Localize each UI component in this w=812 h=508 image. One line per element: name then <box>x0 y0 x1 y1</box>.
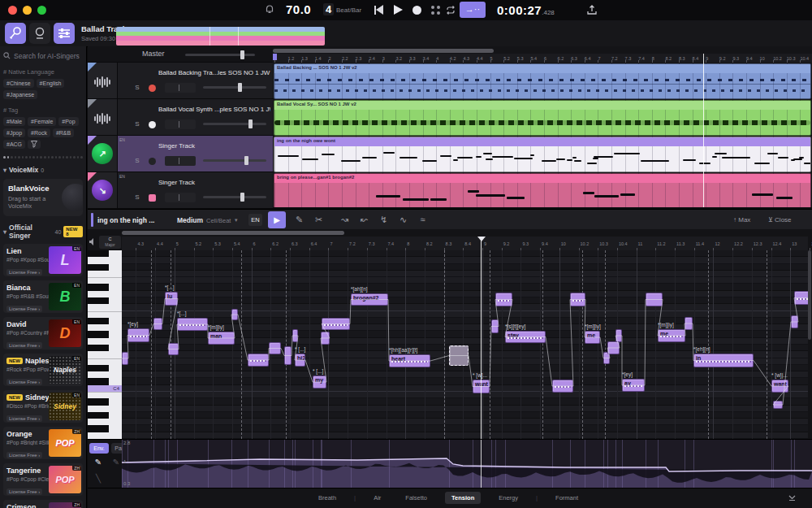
note-grid[interactable]: *[ey]lu*[...]*[...]man*[m][iy]hi2* [...]… <box>122 250 808 439</box>
piano-roll[interactable]: C Major 4.34.455.25.35.466.26.36.477.27.… <box>88 229 812 439</box>
ai-singer-panel-button[interactable] <box>5 23 26 44</box>
spray-tool[interactable]: ✎ <box>110 456 123 469</box>
metronome-icon[interactable] <box>264 4 275 15</box>
carousel-dot[interactable] <box>25 156 28 158</box>
carousel-dot[interactable] <box>7 156 10 158</box>
project-overview-strip[interactable] <box>116 27 325 46</box>
carousel-dot[interactable] <box>32 156 35 158</box>
clip[interactable]: Ballad Vocal Sy... SOS NO 1 JW v2 <box>274 100 811 136</box>
black-key[interactable] <box>88 250 109 257</box>
scissors-tool[interactable]: ✂ <box>312 213 326 227</box>
line-tool[interactable]: ╲ <box>92 472 105 485</box>
clip[interactable]: Ballad Backing ... SOS NO 1 JW v2 <box>274 63 811 99</box>
note[interactable] <box>269 342 281 354</box>
note[interactable] <box>292 329 298 342</box>
volume-handle[interactable] <box>238 83 242 92</box>
param-tab-formant[interactable]: Formant <box>549 492 585 504</box>
export-icon[interactable] <box>586 4 598 15</box>
black-key[interactable] <box>88 297 109 304</box>
black-key[interactable] <box>88 425 109 432</box>
track-name[interactable]: Singer Track <box>158 179 270 186</box>
note[interactable] <box>284 346 292 365</box>
maximize-editor-button[interactable]: ↑ Max <box>733 216 750 224</box>
search-input[interactable]: Search for AI-Singers <box>3 50 83 61</box>
follow-playhead-button[interactable]: →·· <box>460 2 486 18</box>
note[interactable]: in <box>693 354 754 367</box>
note[interactable]: lu <box>165 292 178 306</box>
carousel-dot[interactable] <box>66 156 68 158</box>
carousel-dot[interactable] <box>40 156 42 158</box>
note[interactable] <box>168 343 179 355</box>
note[interactable] <box>321 332 330 345</box>
track-icon-box[interactable] <box>88 99 118 135</box>
track-icon-box[interactable] <box>88 63 118 98</box>
black-key[interactable] <box>88 412 109 419</box>
maximize-window-button[interactable] <box>37 6 46 15</box>
pitch-pen-tool[interactable]: ↯ <box>377 213 391 227</box>
beats-per-bar[interactable]: 4 <box>323 3 334 15</box>
note[interactable] <box>122 352 128 365</box>
note[interactable]: stay <box>505 331 546 343</box>
track-name[interactable]: Ballad Vocal Synth ...ples SOS NO 1 JW v… <box>158 106 270 113</box>
carousel-dots[interactable] <box>3 156 83 158</box>
solo-button[interactable]: S <box>132 193 142 202</box>
note[interactable] <box>607 341 620 354</box>
playback-start-marker[interactable] <box>273 54 277 60</box>
carousel-dot[interactable] <box>11 156 13 158</box>
note[interactable]: man <box>208 332 235 345</box>
note[interactable]: my <box>313 376 326 389</box>
carousel-dot[interactable] <box>51 156 54 158</box>
smooth-tool[interactable]: ≈ <box>416 213 430 227</box>
arrange-h-scrollbar[interactable] <box>273 49 494 53</box>
carousel-dot[interactable] <box>80 156 83 158</box>
singer-card[interactable]: Crimson#R&B #Soul #Pop #License Free ›PO… <box>3 500 83 508</box>
tempo-display[interactable]: 70.0 <box>286 2 311 16</box>
note[interactable] <box>685 317 693 330</box>
note[interactable] <box>449 345 469 366</box>
solo-button[interactable]: S <box>132 119 142 129</box>
vibrato-tool[interactable]: ∿ <box>396 213 410 227</box>
note[interactable]: hi2 <box>295 354 305 367</box>
pitch-anchor-tool[interactable]: ↜ <box>357 213 371 227</box>
arrange-playhead[interactable] <box>703 54 704 207</box>
carousel-dot[interactable] <box>15 156 17 158</box>
note[interactable] <box>495 293 512 306</box>
tag-chip[interactable]: #Pop <box>58 117 78 126</box>
carousel-dot[interactable] <box>18 156 20 158</box>
carousel-dot[interactable] <box>44 156 46 158</box>
c4-key[interactable]: C4 <box>88 385 122 392</box>
volume-slider[interactable] <box>203 159 266 162</box>
black-key[interactable] <box>88 398 109 405</box>
speaker-icon[interactable] <box>89 237 97 246</box>
carousel-dot[interactable] <box>77 156 80 158</box>
param-tab-air[interactable]: Air <box>367 492 387 504</box>
master-volume-slider[interactable] <box>185 54 255 56</box>
track-icon-box[interactable]: ↗ <box>88 136 118 172</box>
record-button[interactable] <box>412 6 421 15</box>
black-key[interactable] <box>88 345 109 351</box>
note[interactable] <box>773 401 783 409</box>
close-window-button[interactable] <box>8 6 17 15</box>
play-button[interactable] <box>394 5 403 15</box>
arrange-area[interactable]: 11.21.31.422.22.32.433.23.33.444.24.34.4… <box>273 46 812 207</box>
carousel-dot[interactable] <box>70 156 72 158</box>
pencil-tool[interactable]: ✎ <box>292 213 306 227</box>
note[interactable] <box>153 318 162 330</box>
tag-chip[interactable]: #Jpop <box>3 128 25 137</box>
note[interactable] <box>177 318 208 331</box>
note[interactable]: brogan#2 <box>351 293 388 306</box>
pan-slider[interactable] <box>165 156 196 166</box>
close-editor-button[interactable]: ⊻ Close <box>768 216 792 224</box>
grid-view-icon[interactable] <box>431 6 434 9</box>
carousel-dot[interactable] <box>55 156 58 158</box>
playhead-handle[interactable] <box>477 237 486 241</box>
loop-icon[interactable] <box>445 5 456 15</box>
black-key[interactable] <box>88 284 109 290</box>
note[interactable] <box>791 315 798 328</box>
mixer-panel-button[interactable] <box>54 23 75 44</box>
filter-icon[interactable] <box>28 140 41 149</box>
volume-slider[interactable] <box>203 86 266 89</box>
param-tab-breath[interactable]: Breath <box>312 492 343 504</box>
carousel-dot[interactable] <box>63 156 65 158</box>
carousel-dot[interactable] <box>58 156 61 158</box>
